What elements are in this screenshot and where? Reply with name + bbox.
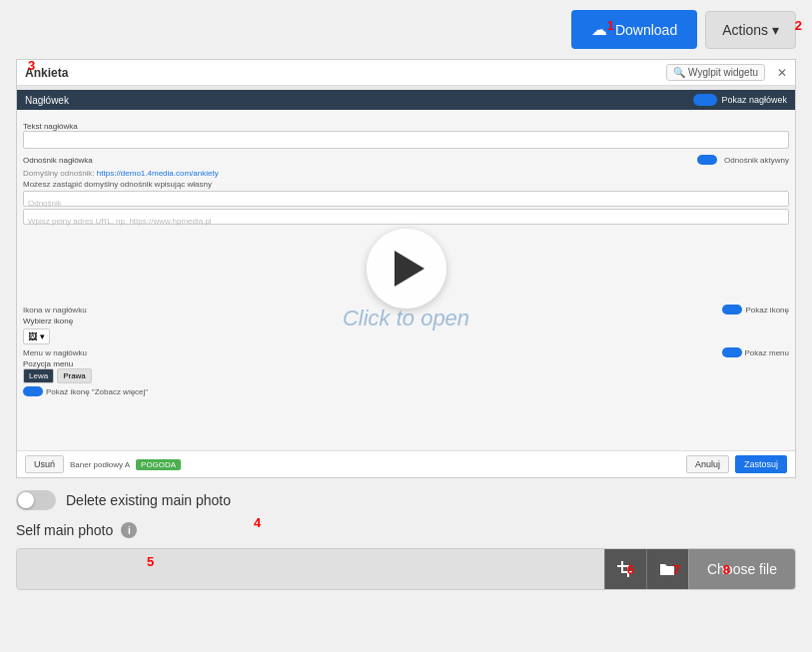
- url-input[interactable]: Wpisz pełny adres URL, np. https://www.h…: [23, 209, 789, 225]
- cancel-btn[interactable]: Anuluj: [686, 455, 729, 473]
- annotation-8: 8: [723, 562, 730, 577]
- info-icon[interactable]: i: [121, 522, 137, 538]
- annotation-3: 3: [28, 58, 35, 73]
- preview-topbar: Ankieta 🔍 Wyglpit widgetu ✕: [17, 60, 795, 86]
- show-menu-label: Pokaz menu: [745, 348, 789, 357]
- top-bar: ☁ Download Actions ▾: [0, 0, 812, 59]
- show-header-toggle-row: Pokaz nagłówek: [693, 94, 787, 106]
- crop-action-btn[interactable]: [604, 549, 646, 589]
- folder-action-btn[interactable]: [646, 549, 688, 589]
- left-position-btn[interactable]: Lewa: [23, 368, 54, 383]
- preview-bottom-bar: Usuń Baner podłowy A POGODA Anuluj Zasto…: [17, 450, 795, 477]
- icon-toggle-group: Pokaz ikonę: [722, 305, 789, 315]
- default-link-row: Domyślny odnośnik: https://demo1.4media.…: [23, 169, 789, 178]
- inner-preview-content: Tekst nagłówka Odnośnik nagłówka Odnośni…: [17, 110, 795, 477]
- banner-text: Baner podłowy A: [70, 460, 130, 469]
- default-link-text: Domyślny odnośnik:: [23, 169, 95, 178]
- actions-label: Actions ▾: [722, 22, 779, 38]
- text-header-input[interactable]: [23, 131, 789, 149]
- cloud-icon: ☁: [591, 20, 607, 39]
- section-title: Nagłówek: [25, 95, 69, 106]
- annotation-1: 1: [607, 18, 614, 33]
- right-position-btn[interactable]: Prawa: [57, 368, 92, 383]
- link-header-group: Odnośnik nagłówka Odnośnik aktywny Domyś…: [23, 155, 789, 225]
- link-header-label: Odnośnik nagłówka: [23, 156, 93, 165]
- bottom-left-content: Usuń Baner podłowy A POGODA: [25, 455, 181, 473]
- actions-button[interactable]: Actions ▾: [705, 11, 796, 49]
- preview-search-btn[interactable]: 🔍 Wyglpit widgetu: [666, 64, 765, 81]
- delete-row: Delete existing main photo: [16, 490, 796, 510]
- play-triangle-icon: [395, 251, 424, 287]
- replace-text: Możesz zastąpić domyślny odnośnik wpisuj…: [23, 180, 789, 189]
- annotation-2: 2: [795, 18, 802, 33]
- menu-label: Menu w nagłówku: [23, 348, 87, 357]
- menu-toggle-row: Menu w nagłówku Pokaz menu: [23, 347, 789, 357]
- link-placeholder: Odnośnik: [24, 197, 66, 210]
- file-upload-input-area[interactable]: [17, 549, 604, 589]
- menu-section: Menu w nagłówku Pokaz menu Pozycja menu …: [23, 347, 789, 396]
- delete-toggle[interactable]: [16, 490, 56, 510]
- play-overlay: [367, 229, 446, 309]
- text-header-label: Tekst nagłówka: [23, 122, 789, 131]
- link-active-toggle[interactable]: [697, 155, 717, 165]
- choose-file-btn[interactable]: Choose file: [688, 549, 795, 589]
- section-header-bar: Nagłówek Pokaz nagłówek: [17, 90, 795, 110]
- show-header-label: Pokaz nagłówek: [721, 95, 787, 105]
- position-buttons: Lewa Prawa: [23, 368, 789, 383]
- save-btn[interactable]: Zastosuj: [735, 455, 787, 473]
- download-label: Download: [615, 22, 677, 38]
- show-header-toggle[interactable]: [693, 94, 717, 106]
- show-more-toggle[interactable]: [23, 386, 43, 396]
- link-header-row: Odnośnik nagłówka Odnośnik aktywny: [23, 155, 789, 165]
- click-to-open-text[interactable]: Click to open: [343, 306, 469, 331]
- annotation-5: 5: [147, 554, 154, 569]
- delete-label: Delete existing main photo: [66, 492, 231, 508]
- annotation-7: 7: [673, 562, 680, 577]
- preview-container: Ankieta 🔍 Wyglpit widgetu ✕ Nagłówek Pok…: [16, 59, 796, 478]
- url-placeholder: Wpisz pełny adres URL, np. https://www.h…: [24, 215, 216, 228]
- download-button[interactable]: ☁ Download: [571, 10, 697, 49]
- toggle-knob: [18, 492, 34, 508]
- self-photo-row: Self main photo i: [16, 522, 796, 538]
- checkbox-label: Pokaż ikonę "Zobacz więcej": [46, 387, 148, 396]
- annotation-4: 4: [254, 515, 261, 530]
- checkbox-row: Pokaż ikonę "Zobacz więcej": [23, 386, 789, 396]
- menu-toggle[interactable]: [722, 347, 742, 357]
- position-label: Pozycja menu: [23, 359, 789, 368]
- bottom-right-buttons: Anuluj Zastosuj: [686, 455, 787, 473]
- text-header-group: Tekst nagłówka: [23, 122, 789, 149]
- link-active-label: Odnośnik aktywny: [724, 156, 789, 165]
- show-icon-label: Pokaz ikonę: [745, 306, 789, 315]
- default-link-url: https://demo1.4media.com/ankiety: [97, 169, 219, 178]
- icon-header-label: Ikona w nagłówku: [23, 306, 87, 315]
- delete-btn[interactable]: Usuń: [25, 455, 64, 473]
- self-photo-label: Self main photo: [16, 522, 113, 538]
- link-input[interactable]: Odnośnik: [23, 191, 789, 207]
- icon-toggle[interactable]: [722, 305, 742, 315]
- preview-inner: Ankieta 🔍 Wyglpit widgetu ✕ Nagłówek Pok…: [17, 60, 795, 477]
- bottom-section: Delete existing main photo Self main pho…: [0, 478, 812, 602]
- weather-badge: POGODA: [136, 459, 181, 470]
- menu-toggle-group: Pokaz menu: [722, 347, 789, 357]
- annotation-6: 6: [627, 562, 634, 577]
- play-button[interactable]: [367, 229, 446, 309]
- preview-close[interactable]: ✕: [777, 66, 787, 80]
- icon-select[interactable]: 🖼 ▾: [23, 328, 50, 344]
